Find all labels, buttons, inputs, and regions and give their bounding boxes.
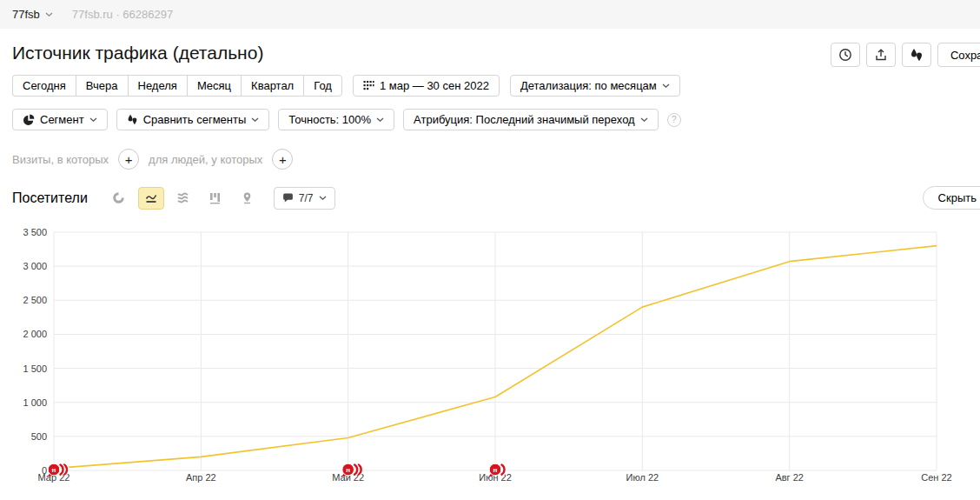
attribution-label: Атрибуция: Последний значимый переход bbox=[414, 113, 635, 126]
marker-letter: н bbox=[346, 466, 350, 474]
period-tab-yesterday[interactable]: Вчера bbox=[76, 75, 128, 97]
chart-type-line-button[interactable] bbox=[138, 187, 164, 210]
period-controls: Сегодня Вчера Неделя Месяц Квартал Год 1… bbox=[0, 75, 980, 97]
droplets-icon bbox=[127, 114, 138, 125]
chevron-down-icon bbox=[662, 83, 670, 89]
chevron-down-icon bbox=[640, 117, 648, 123]
segment-controls: Сегмент Сравнить сегменты Точность: 100%… bbox=[0, 109, 980, 130]
people-filter-label: для людей, у которых bbox=[149, 153, 262, 166]
map-pin-icon bbox=[241, 191, 254, 204]
x-tick-label: Июл 22 bbox=[626, 472, 659, 483]
period-tab-group: Сегодня Вчера Неделя Месяц Квартал Год bbox=[12, 75, 342, 97]
y-tick-label: 2 500 bbox=[23, 295, 47, 305]
stacked-area-icon bbox=[176, 191, 190, 204]
history-button[interactable] bbox=[831, 43, 860, 67]
pie-segment-icon bbox=[23, 114, 35, 126]
comments-count: 7/7 bbox=[299, 192, 314, 204]
chevron-down-icon bbox=[45, 12, 53, 17]
detalization-dropdown[interactable]: Детализация: по месяцам bbox=[510, 75, 680, 97]
save-report-button[interactable]: Сохранить отчёт bbox=[937, 43, 980, 67]
visits-filter-label: Визиты, в которых bbox=[12, 153, 109, 166]
chart-type-stacked-button[interactable] bbox=[170, 187, 196, 210]
visitors-chart: Мар 22Апр 22Май 22Июн 22Июл 22Авг 22Сен … bbox=[0, 218, 980, 497]
y-tick-label: 500 bbox=[31, 431, 47, 442]
topbar: 77fsb 77fsb.ru · 66286297 bbox=[0, 0, 980, 29]
chevron-down-icon bbox=[251, 117, 259, 123]
marker-letter: н bbox=[52, 466, 56, 474]
detalization-value: Детализация: по месяцам bbox=[520, 79, 657, 92]
accuracy-label: Точность: 100% bbox=[288, 113, 371, 126]
comments-dropdown[interactable]: 7/7 bbox=[274, 187, 335, 210]
y-tick-label: 2 000 bbox=[23, 329, 47, 339]
marker-letter: н bbox=[493, 466, 498, 474]
export-button[interactable] bbox=[866, 43, 896, 67]
period-tab-year[interactable]: Год bbox=[303, 75, 342, 97]
line-chart-canvas[interactable]: Мар 22Апр 22Май 22Июн 22Июл 22Авг 22Сен … bbox=[0, 218, 980, 497]
segment-dropdown[interactable]: Сегмент bbox=[12, 109, 108, 130]
chevron-down-icon bbox=[89, 117, 97, 123]
segment-label: Сегмент bbox=[40, 113, 84, 126]
date-range-button[interactable]: 1 мар — 30 сен 2022 bbox=[353, 75, 500, 97]
compare-segments-button[interactable] bbox=[902, 43, 931, 67]
page-title: Источник трафика (детально) bbox=[12, 43, 968, 63]
filter-row: Визиты, в которых + для людей, у которых… bbox=[0, 149, 980, 170]
chevron-down-icon bbox=[319, 196, 327, 201]
chart-type-columns-button[interactable] bbox=[202, 187, 228, 210]
hide-chart-button[interactable]: Скрыть bbox=[923, 186, 980, 210]
help-icon[interactable]: ? bbox=[667, 113, 681, 127]
y-tick-label: 1 500 bbox=[23, 363, 47, 374]
speech-bubble-icon bbox=[282, 192, 294, 203]
compare-segments-dropdown[interactable]: Сравнить сегменты bbox=[116, 109, 270, 130]
y-tick-label: 3 000 bbox=[23, 261, 47, 271]
attribution-dropdown[interactable]: Атрибуция: Последний значимый переход bbox=[403, 109, 659, 130]
droplets-icon bbox=[910, 48, 924, 62]
metric-title: Посетители bbox=[12, 190, 88, 206]
title-row: Источник трафика (детально) Сохранить от… bbox=[0, 29, 980, 63]
y-tick-label: 3 500 bbox=[23, 227, 47, 237]
compare-segments-label: Сравнить сегменты bbox=[143, 113, 247, 126]
x-tick-label: Сен 22 bbox=[921, 472, 951, 483]
line-chart-icon bbox=[144, 191, 158, 204]
chevron-down-icon bbox=[376, 117, 384, 123]
clock-icon bbox=[838, 48, 852, 62]
metric-row: Посетители 7/7 Скрыть bbox=[0, 186, 980, 210]
comment-marker[interactable]: н bbox=[341, 463, 361, 477]
calendar-grid-icon bbox=[363, 80, 374, 91]
counter-switcher[interactable]: 77fsb bbox=[12, 8, 53, 21]
add-visit-filter-button[interactable]: + bbox=[118, 149, 139, 170]
date-range-value: 1 мар — 30 сен 2022 bbox=[380, 79, 489, 92]
counter-meta: 77fsb.ru · 66286297 bbox=[72, 8, 173, 21]
x-tick-label: Апр 22 bbox=[186, 472, 216, 483]
accuracy-dropdown[interactable]: Точность: 100% bbox=[278, 109, 394, 130]
pie-chart-icon bbox=[112, 191, 125, 204]
columns-icon bbox=[209, 191, 222, 204]
chart-type-pie-button[interactable] bbox=[106, 187, 132, 210]
counter-name: 77fsb bbox=[12, 8, 40, 21]
report-actions: Сохранить отчёт bbox=[831, 43, 980, 67]
period-tab-week[interactable]: Неделя bbox=[128, 75, 187, 97]
y-tick-label: 1 000 bbox=[23, 397, 47, 408]
upload-icon bbox=[874, 48, 888, 62]
y-tick-label: 0 bbox=[42, 465, 47, 476]
period-tab-month[interactable]: Месяц bbox=[187, 75, 241, 97]
period-tab-today[interactable]: Сегодня bbox=[12, 75, 76, 97]
add-people-filter-button[interactable]: + bbox=[272, 149, 293, 170]
period-tab-quarter[interactable]: Квартал bbox=[241, 75, 303, 97]
x-tick-label: Авг 22 bbox=[775, 472, 803, 483]
chart-type-map-button[interactable] bbox=[235, 187, 261, 210]
comment-marker[interactable]: н bbox=[48, 463, 68, 477]
